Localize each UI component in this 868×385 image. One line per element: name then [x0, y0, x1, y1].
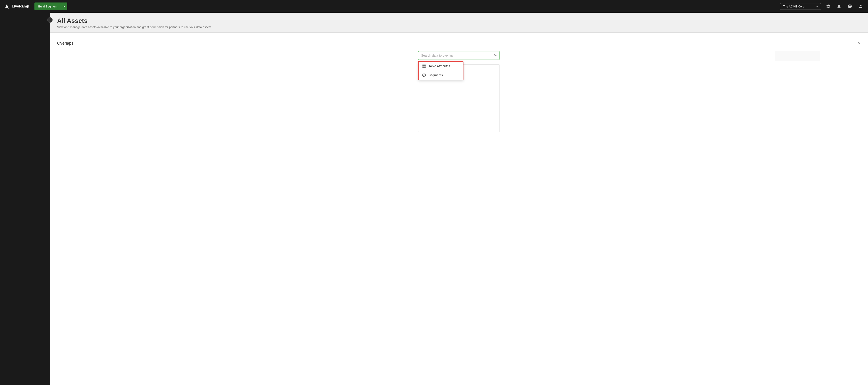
page-header: All Assets View and manage data assets a…: [50, 13, 868, 33]
search-dropdown: Table Attributes Segments: [418, 61, 463, 80]
org-selector-chevron-icon: ▾: [816, 5, 818, 8]
collapse-icon: ‹: [50, 18, 50, 22]
notifications-button[interactable]: [835, 3, 843, 10]
user-profile-button[interactable]: [857, 3, 864, 10]
close-overlaps-button[interactable]: ×: [858, 41, 861, 46]
page-subtitle: View and manage data assets available to…: [57, 25, 861, 29]
table-attributes-label: Table Attributes: [429, 64, 450, 68]
user-icon: [859, 4, 863, 9]
build-segment-button[interactable]: Build Segment: [34, 2, 61, 10]
org-name: The ACME Corp: [783, 5, 805, 8]
app-name: LiveRamp: [12, 4, 29, 8]
navbar: LiveRamp Build Segment ▾ The ACME Corp ▾: [0, 0, 868, 13]
dropdown-item-table-attributes[interactable]: Table Attributes: [418, 62, 463, 71]
segments-icon: [422, 73, 426, 77]
settings-icon: [826, 4, 830, 9]
liveramp-logo-icon: [4, 3, 10, 9]
right-placeholder: [775, 51, 820, 61]
search-wrapper: Table Attributes Segments: [418, 51, 500, 60]
search-button[interactable]: [494, 53, 497, 58]
dropdown-item-segments[interactable]: Segments: [418, 71, 463, 80]
sidebar: ‹: [0, 13, 50, 385]
overlaps-header: Overlaps ×: [57, 41, 861, 46]
build-segment-dropdown-button[interactable]: ▾: [61, 2, 67, 10]
navbar-right: The ACME Corp ▾: [780, 3, 864, 10]
segments-label: Segments: [429, 73, 443, 77]
sidebar-collapse-button[interactable]: ‹: [47, 17, 53, 23]
help-icon: [847, 4, 852, 9]
org-selector-button[interactable]: The ACME Corp ▾: [780, 3, 821, 10]
page-title: All Assets: [57, 17, 861, 25]
chevron-down-icon: ▾: [63, 5, 65, 8]
build-segment-group: Build Segment ▾: [34, 2, 67, 10]
help-button[interactable]: [846, 3, 854, 10]
overlaps-panel: Overlaps ×: [50, 35, 868, 385]
search-icon: [494, 53, 497, 57]
app-logo: LiveRamp: [4, 3, 29, 9]
overlaps-title: Overlaps: [57, 41, 73, 46]
search-input[interactable]: [418, 51, 500, 60]
search-container: Table Attributes Segments: [57, 51, 861, 60]
bell-icon: [837, 4, 841, 9]
main-content: Overlaps ×: [50, 13, 868, 385]
table-attributes-icon: [422, 64, 426, 68]
settings-button[interactable]: [825, 3, 832, 10]
